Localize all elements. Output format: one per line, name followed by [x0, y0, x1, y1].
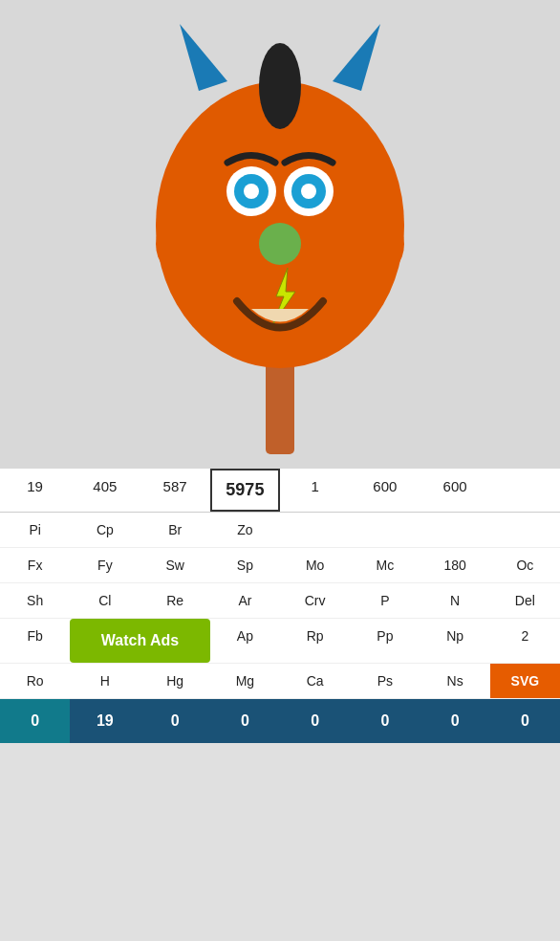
count-1: 19 [70, 699, 140, 743]
num-cell-7 [490, 469, 560, 512]
label-re: Re [140, 583, 210, 618]
label-zo: Zo [210, 513, 280, 547]
label-mo: Mo [280, 548, 350, 582]
svg-point-6 [259, 43, 301, 129]
count-4: 0 [280, 699, 350, 743]
label-mc: Mc [350, 548, 420, 582]
num-cell-4: 1 [280, 469, 350, 512]
label-row-4: Fb Watch Ads Ap Rp Pp Np 2 [0, 619, 560, 664]
grid-area: 19 405 587 5975 1 600 600 Pi Cp Br Zo Fx… [0, 469, 560, 743]
num-cell-0: 19 [0, 469, 70, 512]
svg-marker-4 [180, 24, 227, 91]
label-np: Np [420, 619, 490, 663]
label-ca: Ca [280, 664, 350, 698]
label-br: Br [140, 513, 210, 547]
label-r1c5 [350, 513, 420, 547]
label-sp: Sp [210, 548, 280, 582]
label-row-5: Ro H Hg Mg Ca Ps Ns SVG [0, 664, 560, 699]
label-sh: Sh [0, 583, 70, 618]
count-5: 0 [350, 699, 420, 743]
label-ar: Ar [210, 583, 280, 618]
label-r1c4 [280, 513, 350, 547]
count-6: 0 [420, 699, 490, 743]
num-cell-5: 600 [350, 469, 420, 512]
count-2: 0 [140, 699, 210, 743]
label-2: 2 [490, 619, 560, 663]
label-cl: Cl [70, 583, 140, 618]
label-ns: Ns [420, 664, 490, 698]
label-crv: Crv [280, 583, 350, 618]
svg-button[interactable]: SVG [490, 664, 560, 698]
character-area [0, 0, 560, 469]
label-oc: Oc [490, 548, 560, 582]
label-ro: Ro [0, 664, 70, 698]
num-cell-1: 405 [70, 469, 140, 512]
label-row-1: Pi Cp Br Zo [0, 513, 560, 548]
label-fy: Fy [70, 548, 140, 582]
label-mg: Mg [210, 664, 280, 698]
label-ap: Ap [210, 619, 280, 663]
count-0: 0 [0, 699, 70, 743]
num-cell-2: 587 [140, 469, 210, 512]
label-r1c6 [420, 513, 490, 547]
watch-ads-button[interactable]: Watch Ads [70, 619, 210, 663]
label-ps: Ps [350, 664, 420, 698]
label-row-3: Sh Cl Re Ar Crv P N Del [0, 583, 560, 619]
label-pp: Pp [350, 619, 420, 663]
label-del: Del [490, 583, 560, 618]
label-r1c7 [490, 513, 560, 547]
label-cp: Cp [70, 513, 140, 547]
svg-point-12 [301, 184, 316, 199]
label-h: H [70, 664, 140, 698]
label-n: N [420, 583, 490, 618]
numbers-row: 19 405 587 5975 1 600 600 [0, 469, 560, 513]
svg-rect-0 [266, 359, 294, 454]
label-pi: Pi [0, 513, 70, 547]
counts-row: 0 19 0 0 0 0 0 0 [0, 699, 560, 743]
label-rp: Rp [280, 619, 350, 663]
label-row-2: Fx Fy Sw Sp Mo Mc 180 Oc [0, 548, 560, 583]
label-hg: Hg [140, 664, 210, 698]
svg-point-11 [244, 184, 259, 199]
count-3: 0 [210, 699, 280, 743]
svg-point-13 [259, 223, 301, 265]
num-cell-3-highlighted: 5975 [210, 469, 280, 512]
svg-marker-5 [333, 24, 380, 91]
num-cell-6: 600 [420, 469, 490, 512]
label-p: P [350, 583, 420, 618]
label-sw: Sw [140, 548, 210, 582]
label-180: 180 [420, 548, 490, 582]
label-fx: Fx [0, 548, 70, 582]
label-fb: Fb [0, 619, 70, 663]
count-7: 0 [490, 699, 560, 743]
